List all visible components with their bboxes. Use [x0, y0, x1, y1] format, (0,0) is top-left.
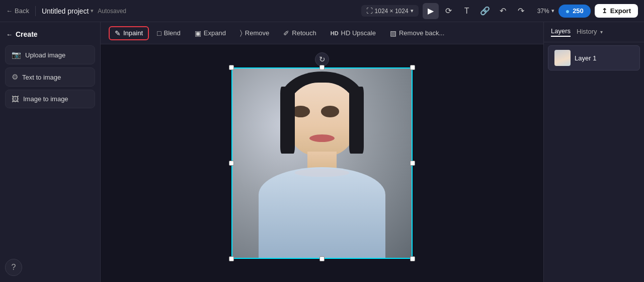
chevron-down-icon-history: ▾	[600, 29, 603, 35]
inpaint-label: Inpaint	[123, 29, 143, 37]
dress-shoulders	[259, 167, 385, 259]
blend-button[interactable]: □ Blend	[151, 26, 187, 40]
refresh-button[interactable]: ↻	[315, 52, 329, 66]
handle-top-center[interactable]	[319, 65, 325, 70]
expand-label: Expand	[204, 29, 226, 37]
refresh-icon: ↻	[319, 55, 326, 64]
canvas-image-container[interactable]: ↻	[231, 67, 413, 259]
canvas-size-value: 1024 × 1024	[375, 8, 409, 15]
undo-button[interactable]: ↶	[495, 3, 511, 19]
toolbar-strip: ✎ Inpaint □ Blend ▣ Expand 〉 Remove ✐ Re…	[101, 22, 543, 44]
handle-bottom-left[interactable]	[229, 256, 234, 261]
select-tool-button[interactable]: ▶	[423, 3, 439, 19]
blend-label: Blend	[164, 29, 181, 37]
chevron-down-icon-2: ▾	[411, 8, 414, 14]
topbar: ← Back Untitled project ▾ Autosaved ⛶ 10…	[0, 0, 644, 22]
remove-button[interactable]: 〉 Remove	[234, 26, 275, 40]
help-button[interactable]: ?	[5, 259, 22, 276]
zoom-selector[interactable]: 37% ▾	[537, 8, 554, 15]
remove-icon: 〉	[240, 29, 243, 37]
credits-button[interactable]: ● 250	[558, 5, 591, 18]
blend-icon: □	[157, 29, 161, 37]
resize-icon: ⛶	[366, 7, 373, 15]
back-button[interactable]: ← Back	[6, 7, 29, 15]
hd-upscale-label: HD Upscale	[341, 29, 376, 37]
remove-label: Remove	[245, 29, 269, 37]
text-tool-button[interactable]: T	[459, 3, 475, 19]
upload-label: Upload image	[25, 51, 65, 59]
export-label: Export	[610, 7, 631, 15]
left-sidebar: ← Create 📷 Upload image ⚙ Text to image …	[0, 22, 101, 282]
back-arrow-icon: ←	[6, 7, 13, 15]
face	[286, 83, 358, 155]
layer-item[interactable]: Layer 1	[548, 45, 640, 70]
export-icon: ↥	[602, 7, 607, 15]
inpaint-icon: ✎	[115, 29, 121, 37]
retouch-icon: ✐	[283, 29, 289, 37]
chevron-down-icon: ▾	[91, 8, 94, 14]
create-header: ← Create	[5, 28, 95, 42]
chevron-down-icon-3: ▾	[551, 8, 554, 14]
sidebar-footer: ?	[5, 255, 95, 276]
remove-back-icon: ▨	[390, 29, 396, 37]
link-tool-button[interactable]: 🔗	[477, 3, 493, 19]
tab-history[interactable]: History ▾	[577, 28, 603, 36]
remove-back-button[interactable]: ▨ Remove back...	[384, 26, 450, 40]
retouch-button[interactable]: ✐ Retouch	[277, 26, 322, 40]
handle-mid-left[interactable]	[229, 161, 234, 166]
canvas-viewport[interactable]: ↻	[101, 44, 543, 282]
sidebar-item-image-to-image[interactable]: 🖼 Image to image	[5, 90, 95, 108]
image-image-icon: 🖼	[12, 95, 19, 103]
tool-group: ▶ ⟳ T 🔗 ↶ ↷	[423, 3, 529, 19]
hair-left	[280, 87, 295, 154]
upload-icon: 📷	[12, 50, 21, 59]
necklace	[295, 169, 349, 176]
canvas-size-selector[interactable]: ⛶ 1024 × 1024 ▾	[361, 5, 419, 17]
credits-icon: ●	[566, 7, 570, 15]
expand-icon: ▣	[195, 29, 201, 37]
project-title-text: Untitled project	[42, 7, 89, 15]
sidebar-item-text-to-image[interactable]: ⚙ Text to image	[5, 67, 95, 87]
right-sidebar-header: Layers History ▾	[544, 22, 644, 42]
hd-icon: HD	[331, 30, 339, 36]
handle-bottom-center[interactable]	[319, 256, 325, 261]
handle-top-left[interactable]	[229, 65, 234, 70]
create-label: Create	[16, 30, 38, 38]
handle-mid-right[interactable]	[410, 161, 415, 166]
portrait-image	[231, 67, 413, 259]
text-image-icon: ⚙	[12, 73, 18, 82]
divider	[35, 6, 36, 16]
layer-thumbnail	[554, 50, 571, 66]
image-to-image-label: Image to image	[23, 95, 68, 103]
zoom-value: 37%	[537, 8, 549, 15]
autosaved-label: Autosaved	[98, 8, 126, 15]
retouch-label: Retouch	[292, 29, 316, 37]
expand-button[interactable]: ▣ Expand	[189, 26, 232, 40]
sidebar-item-upload[interactable]: 📷 Upload image	[5, 45, 95, 64]
main-content: ← Create 📷 Upload image ⚙ Text to image …	[0, 22, 644, 282]
text-to-image-label: Text to image	[22, 74, 61, 81]
handle-bottom-right[interactable]	[410, 256, 415, 261]
back-label: Back	[15, 7, 29, 15]
inpaint-button[interactable]: ✎ Inpaint	[109, 26, 149, 40]
export-button[interactable]: ↥ Export	[595, 4, 638, 18]
help-icon: ?	[12, 263, 16, 272]
hair-right	[349, 87, 364, 154]
redo-button[interactable]: ↷	[513, 3, 529, 19]
rotate-tool-button[interactable]: ⟳	[441, 3, 457, 19]
right-sidebar: Layers History ▾ Layer 1	[543, 22, 644, 282]
tab-layers[interactable]: Layers	[551, 27, 571, 37]
back-create-icon: ←	[6, 31, 13, 38]
canvas-area: ✎ Inpaint □ Blend ▣ Expand 〉 Remove ✐ Re…	[101, 22, 543, 282]
project-title[interactable]: Untitled project ▾	[42, 7, 94, 15]
eyes-area	[291, 106, 353, 117]
hd-upscale-button[interactable]: HD HD Upscale	[325, 26, 382, 40]
layer-name: Layer 1	[575, 54, 596, 62]
handle-top-right[interactable]	[410, 65, 415, 70]
credits-value: 250	[573, 7, 584, 15]
layer-thumb-image	[554, 50, 571, 66]
remove-back-label: Remove back...	[399, 29, 444, 37]
